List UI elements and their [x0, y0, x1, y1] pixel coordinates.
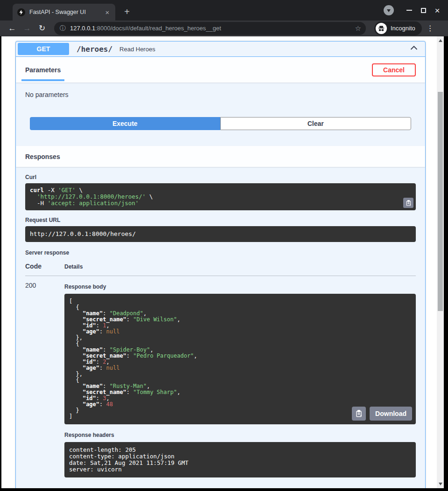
address-bar[interactable]: ⓘ 127.0.0.1:8000/docs#/default/read_hero… — [54, 22, 366, 35]
tab-title: FastAPI - Swagger UI — [29, 9, 103, 15]
responses-body: Curl curl -X 'GET' \ 'http://127.0.0.1:8… — [16, 167, 425, 482]
forward-button[interactable]: → — [20, 22, 35, 35]
scrollbar-thumb[interactable] — [438, 92, 443, 311]
response-table-header: Code Details — [25, 263, 416, 270]
maximize-button[interactable] — [416, 3, 430, 17]
curl-command-code: curl -X 'GET' \ 'http://127.0.0.1:8000/h… — [30, 187, 397, 207]
new-tab-button[interactable]: + — [121, 6, 133, 18]
close-icon: × — [434, 6, 440, 15]
response-row-200: 200 Response body [ { "name": "Deadpond"… — [25, 282, 416, 477]
browser-tab-bar: FastAPI - Swagger UI × + × — [0, 0, 448, 21]
incognito-badge: Incognito — [374, 21, 422, 35]
execute-button[interactable]: Execute — [30, 117, 220, 130]
response-body-json: [ { "name": "Deadpond", "secret_name": "… — [69, 298, 411, 420]
url-text: 127.0.0.1:8000/docs#/default/read_heroes… — [70, 25, 351, 32]
minimize-icon — [406, 10, 412, 11]
details-column-header: Details — [64, 263, 83, 270]
tab-close-icon[interactable]: × — [103, 8, 112, 16]
request-url-label: Request URL — [25, 217, 416, 223]
response-headers-block: content-length: 205 content-type: applic… — [64, 442, 416, 477]
request-url-block: http://127.0.0.1:8000/heroes/ — [25, 226, 416, 242]
bookmark-star-icon[interactable]: ☆ — [355, 24, 361, 33]
window-controls: × — [384, 0, 448, 21]
browser-window: FastAPI - Swagger UI × + × ← → ↻ ⓘ 127.0… — [0, 0, 448, 491]
copy-curl-button[interactable] — [403, 198, 413, 208]
browser-toolbar: ← → ↻ ⓘ 127.0.0.1:8000/docs#/default/rea… — [0, 21, 448, 36]
no-parameters-text: No parameters — [25, 91, 416, 98]
browser-tab[interactable]: FastAPI - Swagger UI × — [13, 4, 115, 21]
response-headers-label: Response headers — [64, 432, 416, 438]
clear-button[interactable]: Clear — [220, 117, 412, 130]
maximize-icon — [421, 8, 426, 13]
caret-down-icon — [387, 9, 391, 12]
opblock-header[interactable]: GET /heroes/ Read Heroes — [16, 41, 425, 57]
fastapi-favicon-icon — [17, 8, 25, 16]
page-scrollbar — [437, 36, 444, 488]
response-body-label: Response body — [64, 284, 416, 290]
parameters-body: No parameters Execute Clear — [16, 83, 425, 130]
cancel-button[interactable]: Cancel — [372, 63, 416, 76]
parameters-header: Parameters Cancel — [16, 57, 425, 83]
url-path: :8000/docs#/default/read_heroes_heroes__… — [95, 25, 221, 32]
code-column-header: Code — [25, 263, 64, 270]
response-headers-code: content-length: 205 content-type: applic… — [69, 447, 411, 473]
http-method-badge: GET — [18, 43, 69, 55]
curl-label: Curl — [25, 174, 416, 180]
tab-parameters[interactable]: Parameters — [21, 58, 64, 81]
download-button[interactable]: Download — [370, 407, 412, 421]
table-divider — [25, 276, 416, 276]
server-response-label: Server response — [25, 249, 416, 256]
swagger-page: GET /heroes/ Read Heroes Parameters Canc… — [1, 36, 437, 488]
responses-title: Responses — [25, 153, 60, 160]
incognito-icon — [376, 23, 387, 34]
scrollbar-up-arrow-icon[interactable] — [439, 39, 442, 42]
incognito-label: Incognito — [391, 25, 415, 32]
minimize-button[interactable] — [402, 3, 416, 17]
url-host: 127.0.0.1 — [70, 25, 95, 32]
execute-clear-row: Execute Clear — [30, 117, 411, 130]
copy-response-button[interactable] — [352, 407, 366, 421]
window-menu-button[interactable] — [384, 5, 394, 15]
browser-menu-icon[interactable]: ⋮ — [424, 24, 437, 33]
response-details: Response body [ { "name": "Deadpond", "s… — [64, 282, 416, 477]
endpoint-path: /heroes/ — [77, 45, 112, 54]
scrollbar-down-arrow-icon[interactable] — [439, 483, 442, 485]
endpoint-summary: Read Heroes — [119, 46, 155, 53]
site-info-icon[interactable]: ⓘ — [60, 24, 66, 33]
responses-header: Responses — [16, 146, 425, 167]
server-response-table: Code Details 200 Response body [ { "name… — [25, 263, 416, 477]
collapse-chevron-icon[interactable] — [409, 43, 419, 55]
opblock-get-heroes: GET /heroes/ Read Heroes Parameters Canc… — [15, 41, 426, 488]
back-button[interactable]: ← — [5, 22, 20, 35]
status-code: 200 — [25, 282, 64, 477]
reload-button[interactable]: ↻ — [35, 22, 49, 35]
close-button[interactable]: × — [430, 3, 444, 17]
response-body-actions: Download — [352, 407, 412, 421]
response-body-block: [ { "name": "Deadpond", "secret_name": "… — [64, 294, 416, 424]
curl-command-block: curl -X 'GET' \ 'http://127.0.0.1:8000/h… — [25, 183, 416, 210]
